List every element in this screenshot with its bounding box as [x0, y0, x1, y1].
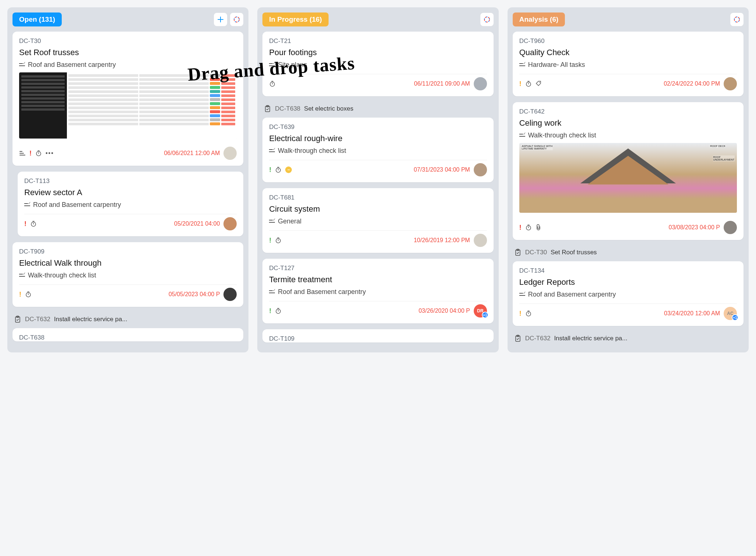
- avatar[interactable]: [223, 147, 237, 160]
- task-list: ✓ Site plans: [269, 61, 487, 69]
- task-card[interactable]: DC-T21 Pour footings ✓ Site plans 06/11/…: [262, 32, 493, 96]
- task-id: DC-T134: [519, 267, 737, 275]
- priority-icon: !: [519, 80, 522, 88]
- column-pill-inprogress[interactable]: In Progress (16): [262, 12, 329, 26]
- priority-icon: !: [24, 220, 26, 228]
- task-list: ✓ Roof and Basement carpentry: [24, 201, 237, 209]
- task-footer: ! ••• 06/06/2021 12:00 AM: [19, 144, 237, 160]
- task-date: 07/31/2023 04:00 PM: [414, 166, 470, 173]
- task-list-name: Walk-through check list: [278, 147, 346, 155]
- task-title: Termite treatment: [269, 275, 487, 284]
- stopwatch-icon: [269, 80, 276, 87]
- stopwatch-icon: [275, 166, 282, 173]
- list-icon: ✓: [519, 62, 525, 68]
- task-card[interactable]: DC-T113 Review sector A ✓ Roof and Basem…: [18, 172, 243, 236]
- task-footer: 06/11/2021 09:00 AM: [269, 74, 487, 90]
- task-id: DC-T113: [24, 177, 237, 185]
- avatar[interactable]: [474, 234, 487, 247]
- circle-segments-icon: [733, 16, 741, 23]
- stopwatch-icon: [30, 220, 37, 227]
- task-date: 05/20/2021 04:00: [174, 220, 220, 227]
- task-id: DC-T642: [519, 108, 737, 115]
- task-title: Circuit system: [269, 204, 487, 214]
- stopwatch-icon: [25, 291, 32, 298]
- column-pill-analysis[interactable]: Analysis (6): [513, 12, 565, 26]
- task-card[interactable]: DC-T681 Circuit system ✓ General ! 10/26…: [262, 188, 493, 253]
- task-card[interactable]: DC-T127 Termite treatment ✓ Roof and Bas…: [262, 259, 493, 323]
- task-list: ✓ General: [269, 218, 487, 225]
- linked-task[interactable]: DC-T632 Install electric service pa...: [513, 332, 744, 345]
- list-icon: ✓: [269, 62, 275, 68]
- task-card[interactable]: DC-T134 Ledger Reports ✓ Roof and Baseme…: [513, 261, 744, 326]
- column-open: Open (131) DC-T30 Set Roof trusses ✓ Roo…: [7, 7, 248, 352]
- linked-task[interactable]: DC-T632 Install electric service pa...: [12, 313, 243, 326]
- list-icon: ✓: [269, 148, 275, 154]
- task-list-name: Roof and Basement carpentry: [528, 291, 616, 298]
- circle-segments-icon: [483, 16, 491, 23]
- task-list: ✓ Walk-through check list: [269, 147, 487, 155]
- task-date: 03/26/2020 04:00 P: [419, 308, 470, 314]
- task-card[interactable]: DC-T909 Electrical Walk through ✓ Walk-t…: [12, 242, 243, 307]
- task-date: 06/06/2021 12:00 AM: [164, 150, 220, 157]
- avatar[interactable]: [474, 77, 487, 90]
- avatar[interactable]: [474, 163, 487, 176]
- task-date: 03/08/2023 04:00 P: [669, 224, 720, 231]
- paperclip-icon: [535, 224, 541, 231]
- avatar[interactable]: [724, 221, 737, 234]
- plus-icon: [217, 16, 224, 23]
- task-id: DC-T681: [269, 194, 487, 201]
- task-list: ✓ Walk-through check list: [519, 132, 737, 139]
- task-list: ✓ Roof and Basement carpentry: [19, 61, 237, 69]
- avatar[interactable]: [724, 77, 737, 90]
- task-footer: ! 03/24/2020 12:00 AM AC +1: [519, 304, 737, 320]
- tag-icon: [535, 80, 542, 87]
- stopwatch-icon: [525, 310, 532, 317]
- list-icon: ✓: [519, 133, 525, 138]
- avatar[interactable]: DR +1: [474, 304, 487, 318]
- task-list: ✓ Roof and Basement carpentry: [519, 291, 737, 298]
- stopwatch-icon: [275, 237, 282, 244]
- column-header: Analysis (6): [513, 12, 744, 26]
- circle-segments-icon: [233, 16, 240, 23]
- task-title: Quality Check: [519, 48, 737, 57]
- task-card-partial[interactable]: DC-T638: [12, 328, 243, 341]
- task-list-name: General: [278, 218, 301, 225]
- task-card[interactable]: DC-T642 Celing work ✓ Walk-through check…: [513, 102, 744, 240]
- task-card-partial[interactable]: DC-T109: [262, 329, 493, 342]
- avatar[interactable]: AC +1: [724, 307, 737, 320]
- more-icon[interactable]: •••: [46, 150, 54, 157]
- options-button[interactable]: [730, 13, 744, 26]
- priority-icon: !: [519, 224, 522, 232]
- linked-task[interactable]: DC-T30 Set Roof trusses: [513, 246, 744, 259]
- avatar-plus-badge: +1: [482, 312, 488, 318]
- list-icon: ✓: [269, 219, 275, 224]
- task-thumbnail: [19, 72, 237, 139]
- task-list: ✓ Roof and Basement carpentry: [269, 288, 487, 296]
- column-pill-open[interactable]: Open (131): [12, 12, 62, 26]
- stopwatch-icon: [525, 224, 532, 231]
- task-card[interactable]: DC-T639 Electrical rough-wire ✓ Walk-thr…: [262, 118, 493, 182]
- task-id: DC-T30: [19, 37, 237, 45]
- task-id: DC-T109: [269, 335, 487, 342]
- avatar[interactable]: [223, 288, 237, 301]
- task-title: Set Roof trusses: [19, 48, 237, 57]
- task-card[interactable]: DC-T960 Quality Check ✓ Hardware- All ta…: [513, 32, 744, 96]
- task-card[interactable]: DC-T30 Set Roof trusses ✓ Roof and Basem…: [12, 32, 243, 166]
- options-button[interactable]: [480, 13, 494, 26]
- avatar[interactable]: [223, 217, 237, 230]
- linked-task-title: Install electric service pa...: [554, 335, 627, 342]
- list-icon: ✓: [519, 292, 525, 297]
- kanban-board: Open (131) DC-T30 Set Roof trusses ✓ Roo…: [7, 7, 749, 352]
- options-button[interactable]: [230, 13, 243, 26]
- avatar-plus-badge: +1: [732, 314, 738, 321]
- priority-icon: !: [29, 150, 32, 157]
- svg-point-18: [539, 82, 540, 83]
- task-list-name: Walk-through check list: [28, 272, 96, 279]
- task-list: ✓ Walk-through check list: [19, 272, 237, 279]
- task-list-name: Roof and Basement carpentry: [278, 288, 366, 296]
- linked-task[interactable]: DC-T638 Set electric boxes: [262, 102, 493, 115]
- task-list-name: Roof and Basement carpentry: [33, 201, 121, 209]
- add-task-button[interactable]: [214, 13, 227, 26]
- task-title: Electrical rough-wire: [269, 134, 487, 143]
- priority-icon: !: [269, 307, 271, 315]
